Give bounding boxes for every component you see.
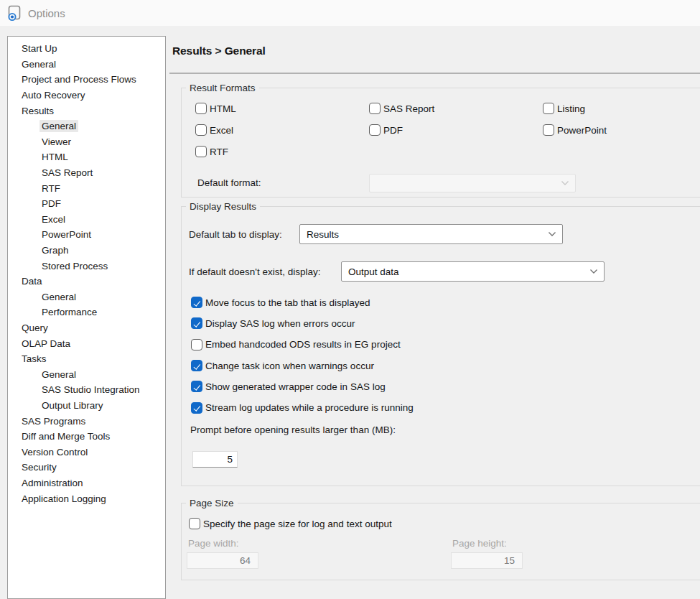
page-size-group: Page Size Specify the page size for log … bbox=[181, 503, 700, 580]
options-dialog-icon bbox=[6, 4, 22, 22]
fallback-tab-label: If default doesn't exist, display: bbox=[189, 266, 341, 277]
selected-value: Results bbox=[307, 229, 339, 240]
sidebar-item-results-stored-process[interactable]: Stored Process bbox=[8, 258, 165, 274]
fallback-tab-row: If default doesn't exist, display: Outpu… bbox=[189, 261, 605, 282]
checkbox-icon[interactable] bbox=[191, 317, 202, 329]
checkbox-icon[interactable] bbox=[191, 297, 202, 308]
sidebar-item-results-viewer[interactable]: Viewer bbox=[8, 134, 165, 150]
checkbox-excel[interactable]: Excel bbox=[195, 124, 369, 136]
checkbox-html[interactable]: HTML bbox=[195, 103, 369, 114]
group-title: Display Results bbox=[186, 201, 260, 212]
page-height-input[interactable] bbox=[451, 552, 523, 569]
sidebar-item-version-control[interactable]: Version Control bbox=[8, 444, 165, 460]
sidebar-item-project-and-process-flows[interactable]: Project and Process Flows bbox=[8, 72, 165, 88]
checkbox-move-focus[interactable]: Move focus to the tab that is displayed bbox=[191, 297, 414, 308]
checkbox-icon[interactable] bbox=[191, 402, 202, 414]
sidebar-item-security[interactable]: Security bbox=[8, 460, 165, 475]
checkbox-icon[interactable] bbox=[191, 360, 202, 371]
sidebar-item-sas-studio-integration[interactable]: SAS Studio Integration bbox=[8, 382, 165, 398]
header-separator bbox=[169, 73, 700, 74]
sidebar-item-auto-recovery[interactable]: Auto Recovery bbox=[8, 88, 165, 103]
sidebar-item-general[interactable]: General bbox=[8, 57, 165, 73]
default-tab-label: Default tab to display: bbox=[189, 229, 299, 240]
page-height-label: Page height: bbox=[452, 538, 507, 549]
fallback-tab-select[interactable]: Output data bbox=[341, 261, 605, 282]
sidebar-item-tasks-general[interactable]: General bbox=[8, 366, 165, 382]
checkbox-icon[interactable] bbox=[191, 339, 202, 350]
result-formats-group: Result Formats HTML SAS Report Listing E… bbox=[181, 88, 700, 198]
default-tab-row: Default tab to display: Results bbox=[189, 224, 563, 244]
sidebar-item-output-library[interactable]: Output Library bbox=[8, 398, 165, 414]
checkbox-icon[interactable] bbox=[189, 518, 200, 529]
window-title: Options bbox=[28, 7, 65, 19]
sidebar-item-results-graph[interactable]: Graph bbox=[8, 243, 165, 259]
group-title: Result Formats bbox=[186, 83, 259, 93]
display-options-checkbox-list: Move focus to the tab that is displayed … bbox=[191, 297, 414, 423]
checkbox-sas-report[interactable]: SAS Report bbox=[369, 103, 543, 114]
sidebar-item-results-general[interactable]: General bbox=[8, 119, 165, 134]
checkbox-specify-page-size[interactable]: Specify the page size for log and text o… bbox=[189, 518, 392, 529]
sidebar-item-data-performance[interactable]: Performance bbox=[8, 305, 165, 320]
prompt-size-input[interactable] bbox=[192, 451, 238, 468]
checkbox-icon[interactable] bbox=[369, 103, 381, 114]
sidebar-item-results-powerpoint[interactable]: PowerPoint bbox=[8, 227, 165, 243]
sidebar-item-sas-programs[interactable]: SAS Programs bbox=[8, 413, 165, 429]
checkbox-pdf[interactable]: PDF bbox=[369, 124, 543, 136]
checkbox-icon[interactable] bbox=[369, 124, 381, 136]
checkbox-display-sas-log[interactable]: Display SAS log when errors occur bbox=[191, 317, 414, 329]
checkbox-stream-log-updates[interactable]: Stream log updates while a procedure is … bbox=[191, 401, 414, 413]
display-results-group: Display Results Default tab to display: … bbox=[181, 206, 700, 486]
checkbox-icon[interactable] bbox=[543, 124, 554, 136]
sidebar-item-data-general[interactable]: General bbox=[8, 289, 165, 305]
sidebar-item-start-up[interactable]: Start Up bbox=[8, 41, 165, 57]
checkbox-icon[interactable] bbox=[195, 103, 207, 114]
default-format-label: Default format: bbox=[197, 177, 261, 188]
sidebar-item-application-logging[interactable]: Application Logging bbox=[8, 491, 165, 506]
prompt-size-label: Prompt before opening results larger tha… bbox=[190, 424, 396, 435]
sidebar-item-results[interactable]: Results bbox=[8, 103, 165, 119]
checkbox-powerpoint[interactable]: PowerPoint bbox=[543, 124, 607, 136]
sidebar-item-administration[interactable]: Administration bbox=[8, 475, 165, 491]
default-tab-select[interactable]: Results bbox=[299, 224, 563, 244]
checkbox-show-wrapper-code[interactable]: Show generated wrapper code in SAS log bbox=[191, 381, 414, 392]
default-format-select[interactable] bbox=[369, 174, 576, 192]
sidebar-item-query[interactable]: Query bbox=[8, 320, 165, 336]
sidebar-item-results-rtf[interactable]: RTF bbox=[8, 180, 165, 196]
page-width-label: Page width: bbox=[188, 538, 239, 549]
checkbox-icon[interactable] bbox=[195, 146, 207, 157]
checkbox-icon[interactable] bbox=[191, 381, 202, 392]
sidebar-item-results-excel[interactable]: Excel bbox=[8, 212, 165, 228]
checkbox-listing[interactable]: Listing bbox=[543, 103, 607, 114]
options-nav-list: Start Up General Project and Process Flo… bbox=[7, 36, 166, 599]
checkbox-icon[interactable] bbox=[543, 103, 554, 114]
checkbox-icon[interactable] bbox=[195, 124, 207, 136]
page-width-input[interactable] bbox=[187, 552, 258, 569]
chevron-down-icon bbox=[548, 231, 556, 237]
page-title: Results > General bbox=[172, 45, 266, 57]
sidebar-item-results-sas-report[interactable]: SAS Report bbox=[8, 165, 165, 181]
checkbox-change-task-icon[interactable]: Change task icon when warnings occur bbox=[191, 360, 414, 371]
sidebar-item-results-pdf[interactable]: PDF bbox=[8, 196, 165, 212]
checkbox-embed-ods[interactable]: Embed handcoded ODS results in EG projec… bbox=[191, 339, 414, 350]
sidebar-item-olap-data[interactable]: OLAP Data bbox=[8, 335, 165, 351]
sidebar-item-results-html[interactable]: HTML bbox=[8, 149, 165, 165]
checkbox-rtf[interactable]: RTF bbox=[195, 146, 369, 157]
chevron-down-icon bbox=[589, 269, 598, 274]
sidebar-item-diff-and-merge-tools[interactable]: Diff and Merge Tools bbox=[8, 429, 165, 445]
title-bar: Options bbox=[0, 0, 700, 26]
sidebar-item-tasks[interactable]: Tasks bbox=[8, 351, 165, 367]
chevron-down-icon bbox=[561, 180, 569, 186]
selected-value: Output data bbox=[348, 266, 399, 277]
sidebar-item-data[interactable]: Data bbox=[8, 274, 165, 289]
result-format-checkbox-grid: HTML SAS Report Listing Excel PDF PowerP… bbox=[195, 103, 607, 157]
group-title: Page Size bbox=[186, 498, 238, 509]
